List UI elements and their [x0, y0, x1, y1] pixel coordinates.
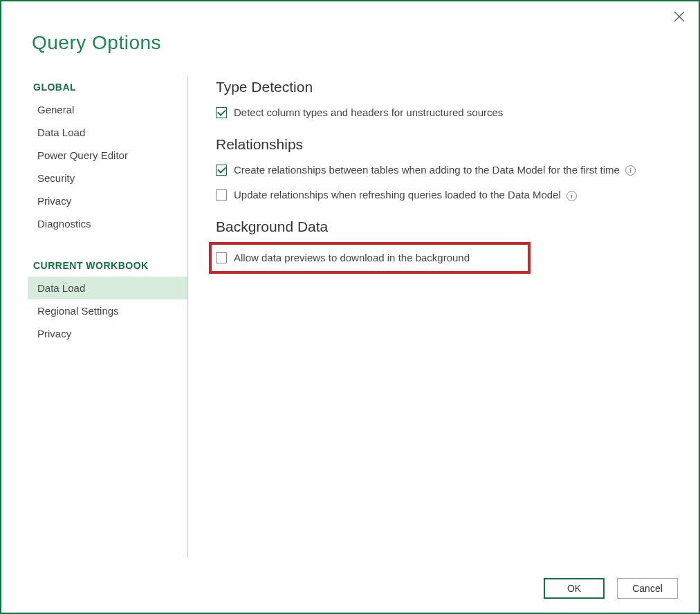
dialog-title: Query Options: [1, 1, 699, 54]
query-options-dialog: Query Options GLOBAL General Data Load P…: [0, 0, 700, 614]
highlighted-option: Allow data previews to download in the b…: [209, 242, 531, 275]
relationships-heading: Relationships: [216, 133, 671, 160]
close-icon: [674, 11, 685, 22]
sidebar: GLOBAL General Data Load Power Query Edi…: [1, 76, 188, 557]
close-button[interactable]: [674, 11, 685, 24]
detect-column-types-checkbox[interactable]: [216, 107, 227, 118]
type-detection-heading: Type Detection: [216, 76, 671, 102]
ok-button[interactable]: OK: [544, 578, 605, 599]
sidebar-section-global: GLOBAL: [28, 76, 187, 98]
sidebar-item-power-query-editor[interactable]: Power Query Editor: [28, 144, 187, 167]
dialog-footer: OK Cancel: [544, 578, 678, 599]
sidebar-item-general[interactable]: General: [28, 98, 187, 121]
sidebar-item-regional-settings[interactable]: Regional Settings: [28, 299, 187, 322]
sidebar-item-privacy-workbook[interactable]: Privacy: [28, 322, 187, 345]
allow-background-download-label: Allow data previews to download in the b…: [234, 250, 521, 266]
sidebar-item-data-load-workbook[interactable]: Data Load: [28, 277, 187, 299]
sidebar-item-security[interactable]: Security: [28, 167, 187, 189]
sidebar-section-current-workbook: CURRENT WORKBOOK: [28, 254, 187, 277]
content-panel: Type Detection Detect column types and h…: [209, 76, 699, 613]
update-relationships-label: Update relationships when refreshing que…: [234, 187, 671, 203]
create-relationships-checkbox[interactable]: [216, 165, 227, 176]
update-relationships-checkbox[interactable]: [216, 189, 227, 201]
detect-column-types-label: Detect column types and headers for unst…: [234, 105, 671, 121]
background-data-heading: Background Data: [216, 216, 671, 242]
sidebar-item-data-load-global[interactable]: Data Load: [28, 121, 187, 144]
sidebar-item-diagnostics[interactable]: Diagnostics: [28, 212, 187, 235]
sidebar-item-privacy-global[interactable]: Privacy: [28, 189, 187, 212]
cancel-button[interactable]: Cancel: [617, 578, 678, 599]
info-icon[interactable]: i: [567, 191, 577, 201]
info-icon[interactable]: i: [625, 165, 636, 176]
create-relationships-label: Create relationships between tables when…: [234, 162, 671, 178]
allow-background-download-checkbox[interactable]: [216, 252, 227, 263]
